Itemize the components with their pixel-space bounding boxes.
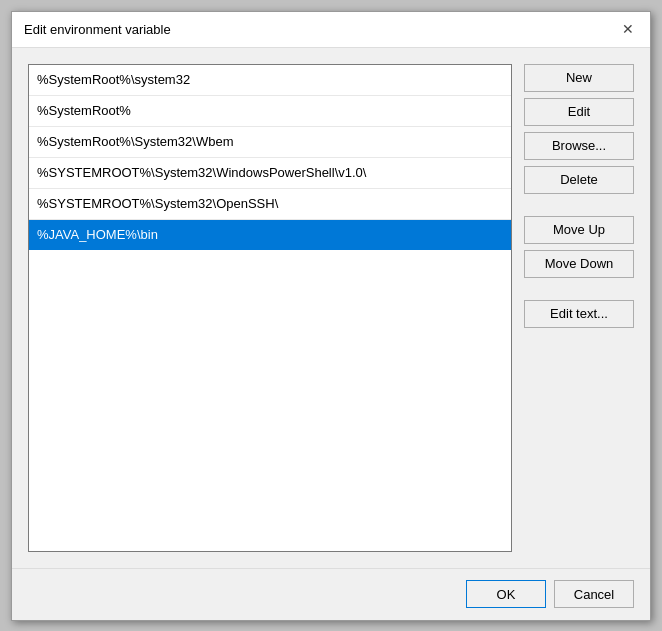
- ok-button[interactable]: OK: [466, 580, 546, 608]
- spacer1: [524, 200, 634, 210]
- list-item[interactable]: %SYSTEMROOT%\System32\WindowsPowerShell\…: [29, 158, 511, 189]
- move-up-button[interactable]: Move Up: [524, 216, 634, 244]
- list-item[interactable]: %SystemRoot%\System32\Wbem: [29, 127, 511, 158]
- browse-button[interactable]: Browse...: [524, 132, 634, 160]
- dialog-body: %SystemRoot%\system32%SystemRoot%%System…: [12, 48, 650, 568]
- env-variable-list[interactable]: %SystemRoot%\system32%SystemRoot%%System…: [28, 64, 512, 552]
- spacer2: [524, 284, 634, 294]
- cancel-button[interactable]: Cancel: [554, 580, 634, 608]
- list-item[interactable]: %SystemRoot%: [29, 96, 511, 127]
- dialog-footer: OK Cancel: [12, 568, 650, 620]
- edit-env-variable-dialog: Edit environment variable ✕ %SystemRoot%…: [11, 11, 651, 621]
- edit-text-button[interactable]: Edit text...: [524, 300, 634, 328]
- edit-button[interactable]: Edit: [524, 98, 634, 126]
- new-button[interactable]: New: [524, 64, 634, 92]
- list-item[interactable]: %JAVA_HOME%\bin: [29, 220, 511, 250]
- list-item[interactable]: %SYSTEMROOT%\System32\OpenSSH\: [29, 189, 511, 220]
- delete-button[interactable]: Delete: [524, 166, 634, 194]
- close-button[interactable]: ✕: [618, 19, 638, 39]
- title-bar: Edit environment variable ✕: [12, 12, 650, 48]
- list-item[interactable]: %SystemRoot%\system32: [29, 65, 511, 96]
- move-down-button[interactable]: Move Down: [524, 250, 634, 278]
- button-panel: New Edit Browse... Delete Move Up Move D…: [524, 64, 634, 552]
- dialog-title: Edit environment variable: [24, 22, 171, 37]
